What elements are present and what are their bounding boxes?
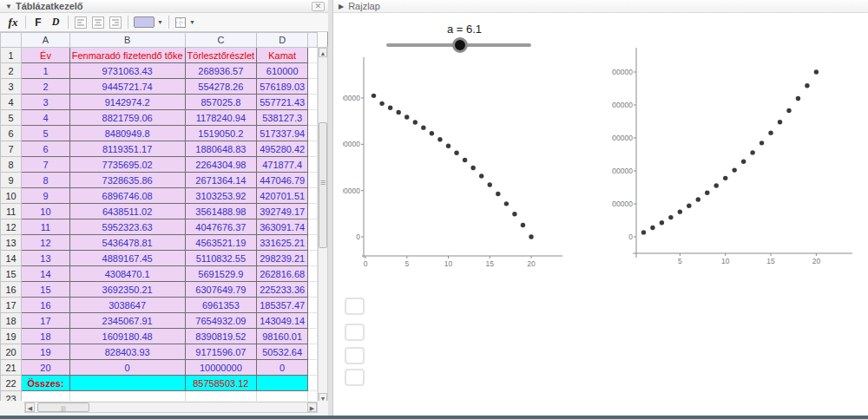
cell-B18[interactable]: 2345067.91 (69, 313, 185, 329)
cell-C16[interactable]: 6307649.79 (185, 282, 257, 298)
cell-extra[interactable] (308, 79, 318, 95)
cell-B15[interactable]: 4308470.1 (69, 266, 185, 282)
cell-B12[interactable]: 5952323.63 (69, 219, 185, 235)
cell-B23[interactable] (69, 391, 185, 402)
cell-D5[interactable]: 538127.3 (257, 110, 308, 126)
cell-extra[interactable] (308, 141, 318, 157)
row-header-15[interactable]: 15 (1, 266, 22, 282)
scroll-up-icon[interactable]: ▲ (319, 48, 327, 57)
cell-extra[interactable] (308, 282, 318, 298)
row-header-20[interactable]: 20 (1, 344, 22, 360)
cell-B17[interactable]: 3038647 (69, 298, 185, 313)
cell-C6[interactable]: 1519050.2 (185, 126, 257, 141)
cell-A22[interactable]: Összes: (22, 376, 70, 391)
cell-extra[interactable] (308, 110, 318, 126)
cell-D15[interactable]: 262816.68 (257, 266, 308, 282)
align-left-button[interactable] (74, 15, 88, 29)
cell-A17[interactable]: 16 (22, 298, 70, 313)
cell-B6[interactable]: 8480949.8 (69, 126, 185, 141)
cell-A2[interactable]: 1 (22, 63, 70, 79)
cell-C2[interactable]: 268936.57 (185, 63, 257, 79)
cell-A15[interactable]: 14 (22, 266, 70, 282)
cell-color-button[interactable]: ▼ (134, 15, 163, 29)
cell-A12[interactable]: 11 (22, 219, 70, 235)
cell-D22[interactable] (257, 376, 308, 391)
cell-B8[interactable]: 7735695.02 (69, 157, 185, 173)
cell-C23[interactable] (185, 391, 257, 402)
left-chart[interactable]: 020000040000060000005101520 (343, 52, 577, 271)
slider-label[interactable]: a = 6.1 (430, 23, 499, 36)
cell-B13[interactable]: 5436478.81 (69, 235, 185, 251)
align-right-button[interactable] (108, 15, 122, 29)
cell-extra[interactable] (308, 313, 318, 329)
cell-D6[interactable]: 517337.94 (257, 126, 308, 141)
bold-button[interactable]: F (31, 15, 45, 29)
row-header-17[interactable]: 17 (1, 298, 22, 313)
cell-B2[interactable]: 9731063.43 (69, 63, 185, 79)
cell-B4[interactable]: 9142974.2 (69, 95, 185, 110)
collapse-triangle-icon[interactable]: ▼ (5, 3, 12, 10)
cell-A4[interactable]: 3 (22, 95, 70, 110)
cell-A21[interactable]: 20 (22, 360, 70, 376)
horizontal-scroll-thumb[interactable]: ||| (37, 403, 89, 412)
cell-D10[interactable]: 420701.51 (257, 188, 308, 204)
row-header-4[interactable]: 4 (1, 95, 22, 110)
cell-B1[interactable]: Fenmaradó fizetendő tőke (69, 48, 185, 63)
cell-A9[interactable]: 8 (22, 173, 70, 188)
column-header-B[interactable]: B (69, 33, 185, 48)
cell-D8[interactable]: 471877.4 (257, 157, 308, 173)
cell-D21[interactable]: 0 (257, 360, 308, 376)
cell-A14[interactable]: 13 (22, 251, 70, 266)
row-header-2[interactable]: 2 (1, 63, 22, 79)
cell-C17[interactable]: 6961353 (185, 298, 257, 313)
column-header-partial[interactable] (308, 33, 318, 48)
cell-A19[interactable]: 18 (22, 329, 70, 344)
checkbox-2[interactable] (345, 324, 365, 341)
row-header-16[interactable]: 16 (1, 282, 22, 298)
cell-extra[interactable] (308, 126, 318, 141)
cell-extra[interactable] (308, 298, 318, 313)
cell-extra[interactable] (308, 376, 318, 391)
cell-C18[interactable]: 7654932.09 (185, 313, 257, 329)
slider-knob[interactable] (452, 37, 468, 53)
vertical-scroll-thumb[interactable]: ☰ (319, 122, 327, 248)
cell-extra[interactable] (308, 173, 318, 188)
row-header-3[interactable]: 3 (1, 79, 22, 95)
cell-C22[interactable]: 85758503.12 (185, 376, 257, 391)
cell-A20[interactable]: 19 (22, 344, 70, 360)
row-header-13[interactable]: 13 (1, 235, 22, 251)
cell-D14[interactable]: 298239.21 (257, 251, 308, 266)
cell-C12[interactable]: 4047676.37 (185, 219, 257, 235)
row-header-11[interactable]: 11 (1, 204, 22, 219)
row-header-7[interactable]: 7 (1, 141, 22, 157)
cell-A8[interactable]: 7 (22, 157, 70, 173)
cell-A10[interactable]: 9 (22, 188, 70, 204)
cell-extra[interactable] (308, 188, 318, 204)
row-header-21[interactable]: 21 (1, 360, 22, 376)
horizontal-scrollbar[interactable]: ◀ ||| ▶ (24, 402, 318, 413)
cell-B9[interactable]: 7328635.86 (69, 173, 185, 188)
cell-D2[interactable]: 610000 (257, 63, 308, 79)
cell-D4[interactable]: 557721.43 (257, 95, 308, 110)
cell-A11[interactable]: 10 (22, 204, 70, 219)
cell-border-button[interactable]: ▼ (174, 15, 195, 29)
cell-C13[interactable]: 4563521.19 (185, 235, 257, 251)
row-header-12[interactable]: 12 (1, 219, 22, 235)
cell-A23[interactable] (22, 391, 70, 402)
cell-C5[interactable]: 1178240.94 (185, 110, 257, 126)
vertical-scrollbar[interactable]: ▲ ☰ ▼ (318, 47, 328, 403)
right-chart[interactable]: 0200000040000006000000800000010000000510… (612, 48, 868, 266)
cell-A18[interactable]: 17 (22, 313, 70, 329)
column-header-D[interactable]: D (257, 33, 308, 48)
cell-extra[interactable] (308, 95, 318, 110)
checkbox-1[interactable] (345, 298, 365, 315)
cell-extra[interactable] (308, 391, 318, 402)
cell-C8[interactable]: 2264304.98 (185, 157, 257, 173)
cell-extra[interactable] (308, 235, 318, 251)
cell-B22[interactable] (69, 376, 185, 391)
cell-C7[interactable]: 1880648.83 (185, 141, 257, 157)
cell-C10[interactable]: 3103253.92 (185, 188, 257, 204)
cell-D20[interactable]: 50532.64 (257, 344, 308, 360)
cell-extra[interactable] (308, 157, 318, 173)
function-button[interactable]: fx (6, 15, 20, 29)
